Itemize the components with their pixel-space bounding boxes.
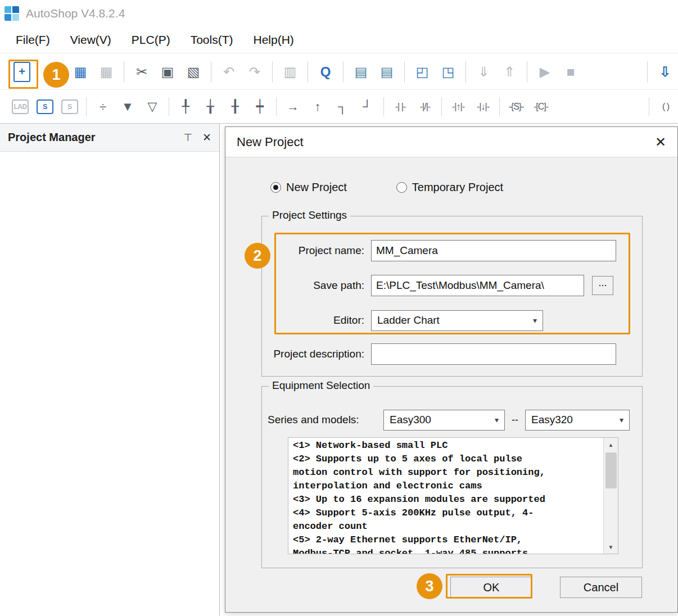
compile-upload-icon[interactable]: ⇑ xyxy=(496,59,522,85)
dialog-title-bar: New Project ✕ xyxy=(225,127,677,157)
pin-icon[interactable]: ⊤ xyxy=(183,132,192,144)
menu-bar: File(F)View(V)PLC(P)Tools(T)Help(H) xyxy=(0,27,678,53)
search-icon[interactable]: Q xyxy=(313,59,338,85)
open-contact-icon[interactable]: -| |- xyxy=(388,95,413,119)
branch-cross-icon[interactable]: ╂ xyxy=(223,95,247,119)
redo-icon[interactable]: ↷ xyxy=(242,59,268,85)
menu-file[interactable]: File(F) xyxy=(16,33,50,47)
step-badge-1: 1 xyxy=(43,62,69,88)
highlight-box-ok xyxy=(446,574,532,599)
ladder-editor-icon[interactable]: LAD xyxy=(12,99,29,114)
project-description-label: Project description: xyxy=(262,348,371,360)
rising-edge-contact-icon[interactable]: -|↑|- xyxy=(446,95,471,119)
separator xyxy=(124,61,124,83)
series-model-separator: -- xyxy=(512,414,518,426)
model-select[interactable]: Easy320 ▾ xyxy=(525,410,630,431)
close-panel-icon[interactable]: ✕ xyxy=(202,131,211,144)
radio-temporary-project[interactable]: Temporary Project xyxy=(396,181,503,194)
output-coil-icon[interactable]: ( ) xyxy=(653,95,678,119)
model-info-text: <1> Network-based small PLC <2> Supports… xyxy=(288,438,603,554)
project-manager-body xyxy=(0,152,219,615)
open-project-icon[interactable]: ▦ xyxy=(67,59,93,85)
undo-icon[interactable]: ↶ xyxy=(216,59,242,85)
project-type-radios: New Project Temporary Project xyxy=(270,181,503,194)
radio-new-project-label: New Project xyxy=(286,181,347,194)
wire-up-icon[interactable]: ↑ xyxy=(305,95,330,119)
model-select-value: Easy320 xyxy=(531,414,573,426)
radio-new-project[interactable]: New Project xyxy=(270,181,347,194)
compare-block-icon[interactable]: -[C]- xyxy=(528,95,553,119)
rung-line-icon[interactable]: ┿ xyxy=(247,95,272,119)
series-models-row: Series and models: Easy300 ▾ -- Easy320 … xyxy=(262,409,636,431)
separator xyxy=(441,97,442,116)
sfc-step-alt-icon[interactable]: S xyxy=(61,99,78,114)
cut-icon[interactable]: ✂ xyxy=(129,59,155,85)
insert-row-icon[interactable]: ÷ xyxy=(91,95,115,119)
menu-plc[interactable]: PLC(P) xyxy=(132,33,170,47)
cancel-button[interactable]: Cancel xyxy=(560,577,642,598)
stop-monitor-icon[interactable]: ■ xyxy=(558,59,584,85)
download-plc-icon[interactable]: ⇩ xyxy=(652,59,678,85)
series-select[interactable]: Easy300 ▾ xyxy=(383,410,505,431)
window-title: AutoShop V4.8.2.4 xyxy=(26,7,125,20)
separator xyxy=(404,61,405,83)
print-preview-icon[interactable]: ▤ xyxy=(348,59,374,85)
separator xyxy=(383,97,384,116)
set-coil-icon[interactable]: -{S}- xyxy=(504,95,528,119)
separator xyxy=(647,61,648,83)
equipment-selection-legend: Equipment Selection xyxy=(269,379,373,392)
separator xyxy=(465,61,466,83)
chevron-down-icon: ▾ xyxy=(495,415,499,424)
wire-corner-up-icon[interactable]: ┘ xyxy=(355,95,379,119)
closed-contact-icon[interactable]: -|/|- xyxy=(413,95,437,119)
branch-up-icon[interactable]: ╀ xyxy=(173,95,198,119)
dialog-close-icon[interactable]: ✕ xyxy=(655,134,666,150)
separator xyxy=(272,61,273,83)
series-models-label: Series and models: xyxy=(268,414,380,426)
delete-icon[interactable]: ▥ xyxy=(277,59,303,85)
menu-tools[interactable]: Tools(T) xyxy=(191,33,233,47)
branch-down-icon[interactable]: ╁ xyxy=(198,95,223,119)
scrollbar[interactable]: ▲ ▼ xyxy=(603,438,618,554)
project-manager-header: Project Manager ⊤ ✕ xyxy=(0,124,219,152)
radio-unselected-icon xyxy=(396,182,407,193)
cascade-windows-icon[interactable]: ◰ xyxy=(409,59,435,85)
model-info-box: <1> Network-based small PLC <2> Supports… xyxy=(288,437,618,554)
export-window-icon[interactable]: ◳ xyxy=(435,59,461,85)
separator xyxy=(499,97,500,116)
project-manager-title: Project Manager xyxy=(8,131,96,144)
paste-icon[interactable]: ▧ xyxy=(180,59,206,85)
push-row-down-icon[interactable]: ▼ xyxy=(115,95,140,119)
sfc-step-icon[interactable]: S xyxy=(37,99,53,114)
run-monitor-icon[interactable]: ▶ xyxy=(532,59,558,85)
compile-download-icon[interactable]: ⇓ xyxy=(471,59,496,85)
series-select-value: Easy300 xyxy=(390,414,431,426)
copy-icon[interactable]: ▣ xyxy=(155,59,180,85)
scroll-down-icon[interactable]: ▼ xyxy=(604,540,618,554)
project-description-row: Project description: xyxy=(262,343,636,365)
separator xyxy=(276,97,277,116)
print-icon[interactable]: ▤ xyxy=(374,59,400,85)
main-toolbar: +▦▦✂▣▧↶↷▥Q▤▤◰◳⇓⇑▶■⇩ xyxy=(0,54,678,90)
project-description-input[interactable] xyxy=(371,343,616,365)
project-settings-legend: Project Settings xyxy=(269,209,350,221)
wire-corner-down-icon[interactable]: ┐ xyxy=(330,95,355,119)
separator xyxy=(169,97,169,116)
menu-help[interactable]: Help(H) xyxy=(254,33,294,47)
scroll-track[interactable] xyxy=(604,451,618,540)
save-project-icon[interactable]: ▦ xyxy=(93,59,119,85)
pull-row-up-icon[interactable]: ▽ xyxy=(140,95,165,119)
scroll-up-icon[interactable]: ▲ xyxy=(604,438,618,451)
title-bar: AutoShop V4.8.2.4 xyxy=(0,0,678,27)
step-badge-2: 2 xyxy=(245,243,270,269)
wire-right-icon[interactable]: → xyxy=(281,95,305,119)
scroll-thumb[interactable] xyxy=(605,452,617,488)
menu-view[interactable]: View(V) xyxy=(70,33,111,47)
separator xyxy=(343,61,343,83)
radio-selected-icon xyxy=(270,182,281,193)
project-manager-panel: Project Manager ⊤ ✕ xyxy=(0,124,220,616)
dialog-title: New Project xyxy=(237,135,304,150)
highlight-box-new-project xyxy=(8,60,38,89)
new-project-dialog: New Project ✕ New Project Temporary Proj… xyxy=(225,126,678,613)
falling-edge-contact-icon[interactable]: -|↓|- xyxy=(471,95,495,119)
